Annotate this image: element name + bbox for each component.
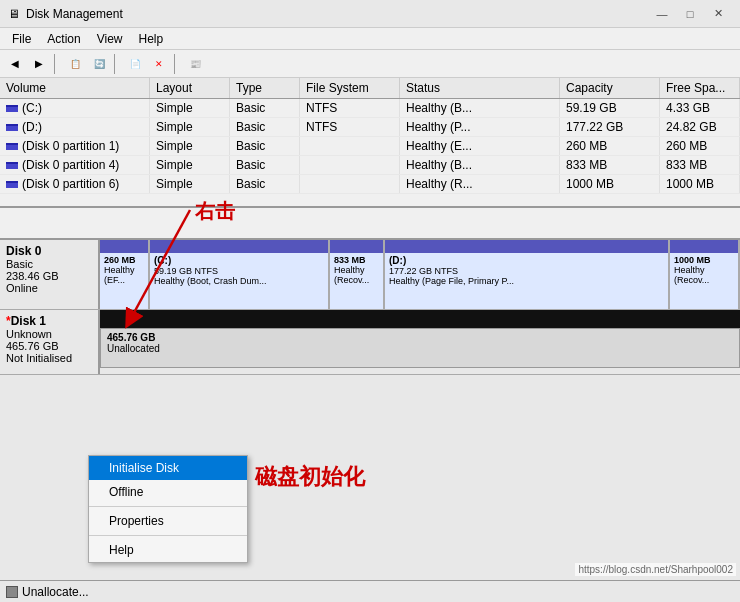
- disk0-size: 238.46 GB: [6, 270, 92, 282]
- cell-free: 833 MB: [660, 156, 740, 174]
- disk0-part3[interactable]: 1000 MB Healthy (Recov...: [670, 240, 740, 309]
- toolbar-btn-1[interactable]: 📋: [64, 53, 86, 75]
- cell-type: Basic: [230, 156, 300, 174]
- table-row[interactable]: (Disk 0 partition 1) Simple Basic Health…: [0, 137, 740, 156]
- ctx-offline[interactable]: Offline: [89, 480, 247, 504]
- menu-file[interactable]: File: [4, 30, 39, 48]
- cell-status: Healthy (P...: [400, 118, 560, 136]
- ctx-help[interactable]: Help: [89, 538, 247, 562]
- legend-text: Unallocate...: [22, 585, 89, 599]
- disk0-partitions: 260 MB Healthy (EF... (C:) 59.19 GB NTFS…: [100, 240, 740, 309]
- watermark: https://blog.csdn.net/Sharhpool002: [575, 563, 736, 576]
- disk1-status: Not Initialised: [6, 352, 92, 364]
- menu-action[interactable]: Action: [39, 30, 88, 48]
- maximize-button[interactable]: □: [676, 0, 704, 28]
- ctx-initialise-disk[interactable]: Initialise Disk: [89, 456, 247, 480]
- cell-fs: [300, 175, 400, 193]
- menu-help[interactable]: Help: [131, 30, 172, 48]
- list-header: Volume Layout Type File System Status Ca…: [0, 78, 740, 99]
- context-menu: Initialise Disk Offline Properties Help: [88, 455, 248, 563]
- legend-box: [6, 586, 18, 598]
- title-controls: — □ ✕: [648, 0, 732, 28]
- cell-layout: Simple: [150, 137, 230, 155]
- disk0-row: Disk 0 Basic 238.46 GB Online 260 MB Hea…: [0, 240, 740, 310]
- col-freespace[interactable]: Free Spa...: [660, 78, 740, 98]
- cell-layout: Simple: [150, 99, 230, 117]
- disk1-label: *Disk 1 Unknown 465.76 GB Not Initialise…: [0, 310, 100, 374]
- cell-type: Basic: [230, 118, 300, 136]
- col-status[interactable]: Status: [400, 78, 560, 98]
- cell-fs: NTFS: [300, 99, 400, 117]
- cell-type: Basic: [230, 137, 300, 155]
- title-bar: 🖥 Disk Management — □ ✕: [0, 0, 740, 28]
- col-capacity[interactable]: Capacity: [560, 78, 660, 98]
- menu-bar: File Action View Help: [0, 28, 740, 50]
- disk1-unalloc-size: 465.76 GB: [107, 332, 733, 343]
- cell-layout: Simple: [150, 175, 230, 193]
- disk0-part2[interactable]: 833 MB Healthy (Recov...: [330, 240, 385, 309]
- col-type[interactable]: Type: [230, 78, 300, 98]
- table-row[interactable]: (D:) Simple Basic NTFS Healthy (P... 177…: [0, 118, 740, 137]
- toolbar-btn-3[interactable]: 📄: [124, 53, 146, 75]
- cell-status: Healthy (B...: [400, 156, 560, 174]
- title-icon: 🖥: [8, 7, 20, 21]
- cell-layout: Simple: [150, 156, 230, 174]
- cell-volume: (Disk 0 partition 6): [0, 175, 150, 193]
- col-layout[interactable]: Layout: [150, 78, 230, 98]
- minimize-button[interactable]: —: [648, 0, 676, 28]
- cell-free: 4.33 GB: [660, 99, 740, 117]
- toolbar-btn-2[interactable]: 🔄: [88, 53, 110, 75]
- cell-layout: Simple: [150, 118, 230, 136]
- forward-button[interactable]: ▶: [28, 53, 50, 75]
- cell-volume: (C:): [0, 99, 150, 117]
- table-row[interactable]: (Disk 0 partition 6) Simple Basic Health…: [0, 175, 740, 194]
- back-button[interactable]: ◀: [4, 53, 26, 75]
- disk1-type: Unknown: [6, 328, 92, 340]
- cell-capacity: 1000 MB: [560, 175, 660, 193]
- disk1-title: Disk 1: [11, 314, 46, 328]
- col-volume[interactable]: Volume: [0, 78, 150, 98]
- volume-list: Volume Layout Type File System Status Ca…: [0, 78, 740, 208]
- cell-status: Healthy (B...: [400, 99, 560, 117]
- volume-rows: (C:) Simple Basic NTFS Healthy (B... 59.…: [0, 99, 740, 194]
- disk1-black-bar: [100, 310, 740, 328]
- menu-view[interactable]: View: [89, 30, 131, 48]
- cell-free: 24.82 GB: [660, 118, 740, 136]
- disk1-row: *Disk 1 Unknown 465.76 GB Not Initialise…: [0, 310, 740, 375]
- cell-capacity: 59.19 GB: [560, 99, 660, 117]
- disk1-size: 465.76 GB: [6, 340, 92, 352]
- ctx-properties[interactable]: Properties: [89, 509, 247, 533]
- disk0-title: Disk 0: [6, 244, 92, 258]
- toolbar-btn-5[interactable]: 📰: [184, 53, 206, 75]
- disk0-part-c[interactable]: (C:) 59.19 GB NTFS Healthy (Boot, Crash …: [150, 240, 330, 309]
- cell-volume: (Disk 0 partition 1): [0, 137, 150, 155]
- cell-capacity: 260 MB: [560, 137, 660, 155]
- cell-status: Healthy (E...: [400, 137, 560, 155]
- disk0-part1[interactable]: 260 MB Healthy (EF...: [100, 240, 150, 309]
- cell-free: 260 MB: [660, 137, 740, 155]
- disk0-part-d[interactable]: (D:) 177.22 GB NTFS Healthy (Page File, …: [385, 240, 670, 309]
- ctx-separator-2: [89, 535, 247, 536]
- disk1-content: 465.76 GB Unallocated: [100, 310, 740, 374]
- cell-capacity: 833 MB: [560, 156, 660, 174]
- cell-fs: NTFS: [300, 118, 400, 136]
- ctx-separator-1: [89, 506, 247, 507]
- disk0-label: Disk 0 Basic 238.46 GB Online: [0, 240, 100, 309]
- toolbar-btn-4[interactable]: ✕: [148, 53, 170, 75]
- cell-type: Basic: [230, 175, 300, 193]
- cell-status: Healthy (R...: [400, 175, 560, 193]
- title-text: Disk Management: [26, 7, 648, 21]
- toolbar-separator-2: [114, 54, 120, 74]
- cell-type: Basic: [230, 99, 300, 117]
- table-row[interactable]: (C:) Simple Basic NTFS Healthy (B... 59.…: [0, 99, 740, 118]
- col-filesystem[interactable]: File System: [300, 78, 400, 98]
- table-row[interactable]: (Disk 0 partition 4) Simple Basic Health…: [0, 156, 740, 175]
- disk1-unalloc[interactable]: 465.76 GB Unallocated: [100, 328, 740, 368]
- cell-free: 1000 MB: [660, 175, 740, 193]
- close-button[interactable]: ✕: [704, 0, 732, 28]
- toolbar-separator-3: [174, 54, 180, 74]
- legend-row: Unallocate...: [0, 580, 740, 602]
- disk0-type: Basic: [6, 258, 92, 270]
- disk1-unalloc-label: Unallocated: [107, 343, 733, 354]
- cell-volume: (D:): [0, 118, 150, 136]
